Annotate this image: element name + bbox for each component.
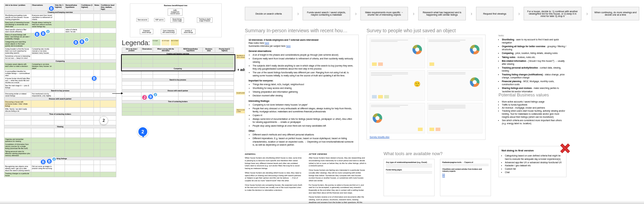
- survey-chart-card[interactable]: 🙂: [370, 70, 425, 101]
- table-cell[interactable]: [100, 14, 116, 21]
- table-cell[interactable]: Everyone went from broad orientation to …: [31, 14, 54, 21]
- comment-count-pill[interactable]: 2: [99, 116, 108, 125]
- table-cell[interactable]: [65, 150, 80, 157]
- flow-step[interactable]: Funda saved search / saved objects, mayb…: [303, 7, 350, 20]
- tool-card-coparo[interactable]: Kadasterpagina-tools → Coparo.nl Checkli…: [440, 159, 491, 196]
- table-cell[interactable]: [141, 63, 153, 68]
- table-cell[interactable]: [141, 81, 153, 85]
- table-cell[interactable]: [141, 107, 153, 111]
- table-cell[interactable]: [100, 143, 116, 150]
- table-cell[interactable]: [100, 150, 116, 157]
- table-cell[interactable]: [65, 172, 80, 177]
- table-cell[interactable]: [153, 111, 179, 115]
- table-cell[interactable]: [54, 55, 65, 60]
- tree-node[interactable]: Users interacting with saved listings: [161, 29, 176, 34]
- table-cell[interactable]: Tracking changes to a particular house: [4, 172, 31, 177]
- survey-chart-card[interactable]: [427, 38, 482, 68]
- table-cell[interactable]: [54, 165, 65, 172]
- table-cell[interactable]: [94, 28, 100, 33]
- table-cell[interactable]: [65, 165, 80, 172]
- not-doing-panel[interactable]: Not doing in first version Categorizing …: [498, 146, 566, 177]
- table-cell[interactable]: [65, 133, 80, 138]
- table-cell[interactable]: [81, 165, 94, 172]
- table-cell[interactable]: Comparing is not done between many house…: [31, 63, 54, 70]
- flow-step[interactable]: When continuing, do more viewings and de…: [592, 7, 639, 20]
- table-cell[interactable]: [4, 128, 31, 133]
- tree-node[interactable]: traffic engagement around saved: [168, 8, 183, 16]
- table-cell[interactable]: [4, 116, 31, 120]
- table-cell[interactable]: Keep track of interesting houses (shortl…: [4, 21, 31, 28]
- table-cell[interactable]: [215, 55, 234, 59]
- table-cell[interactable]: [94, 128, 100, 133]
- table-cell[interactable]: [81, 138, 94, 143]
- table-cell[interactable]: [179, 96, 203, 100]
- tool-link[interactable]: link: [442, 175, 445, 177]
- table-cell[interactable]: [179, 55, 203, 59]
- table-cell[interactable]: [100, 21, 116, 28]
- table-cell[interactable]: [65, 33, 80, 40]
- tree-node[interactable]: Expected saved listings: [140, 29, 153, 34]
- table-cell[interactable]: [65, 120, 80, 125]
- summaries-link[interactable]: here: [286, 45, 291, 47]
- table-cell[interactable]: A house hunter should help (filter out) …: [4, 77, 31, 84]
- table-cell[interactable]: [65, 128, 80, 133]
- table-cell[interactable]: [54, 77, 65, 84]
- survey-chart-card[interactable]: [370, 38, 425, 68]
- table-cell[interactable]: [215, 107, 234, 111]
- secondary-research-table[interactable]: Job to be done / problemObservationsWhat…: [122, 48, 234, 116]
- table-cell[interactable]: [81, 150, 94, 157]
- table-cell[interactable]: [31, 70, 54, 77]
- table-cell[interactable]: Organise and remember questions for view…: [4, 138, 31, 143]
- table-cell[interactable]: [54, 84, 65, 89]
- table-cell[interactable]: [94, 150, 100, 157]
- business-benefit-tree[interactable]: Business benefit/impact tree: New accoun…: [130, 3, 222, 37]
- table-cell[interactable]: [203, 59, 215, 63]
- table-cell[interactable]: [65, 138, 80, 143]
- table-cell[interactable]: [65, 14, 80, 21]
- table-cell[interactable]: [100, 92, 116, 97]
- table-cell[interactable]: Discussing a house with someone (notes /…: [4, 100, 31, 108]
- table-cell[interactable]: [122, 92, 141, 96]
- table-cell[interactable]: [94, 160, 100, 165]
- table-cell[interactable]: [81, 128, 94, 133]
- survey-results-link[interactable]: Survey results.xlsx: [370, 136, 389, 138]
- survey-chart-card[interactable]: [370, 103, 425, 133]
- table-cell[interactable]: [100, 165, 116, 172]
- user-avatar-b[interactable]: B: [40, 159, 46, 165]
- table-cell[interactable]: [94, 133, 100, 138]
- table-cell[interactable]: [65, 160, 80, 165]
- user-avatar-b[interactable]: B: [73, 39, 79, 45]
- table-cell[interactable]: [65, 55, 80, 60]
- table-cell[interactable]: [203, 70, 215, 74]
- table-cell[interactable]: [65, 143, 80, 150]
- tree-node[interactable]: Tracking in-depth usage of feature: [197, 17, 213, 23]
- table-cell[interactable]: [54, 21, 65, 28]
- table-cell[interactable]: [153, 96, 179, 100]
- survey-chart-card[interactable]: [427, 103, 482, 133]
- table-cell[interactable]: [81, 92, 94, 97]
- table-cell[interactable]: [100, 138, 116, 143]
- table-cell[interactable]: [153, 85, 179, 89]
- table-cell[interactable]: [94, 40, 100, 48]
- table-cell[interactable]: [122, 59, 141, 63]
- table-cell[interactable]: Need specific criteria to filter down re…: [4, 28, 31, 33]
- table-cell[interactable]: [65, 70, 80, 77]
- table-cell[interactable]: [94, 14, 100, 21]
- user-avatar-b[interactable]: B: [91, 75, 97, 81]
- table-cell[interactable]: A commodified checklist for multiple lis…: [4, 70, 31, 77]
- table-cell[interactable]: [31, 77, 54, 84]
- table-cell[interactable]: [179, 103, 203, 107]
- table-cell[interactable]: [100, 128, 116, 133]
- table-cell[interactable]: [122, 96, 141, 100]
- table-cell[interactable]: Shortlisting and getting more specific a…: [4, 14, 31, 21]
- table-cell[interactable]: [215, 111, 234, 115]
- table-cell[interactable]: [179, 81, 203, 85]
- table-cell[interactable]: Categorizing and searching saved objects…: [4, 40, 31, 48]
- table-cell[interactable]: [100, 33, 116, 40]
- table-cell[interactable]: [203, 92, 215, 96]
- table-cell[interactable]: [31, 116, 54, 120]
- raw-notes-link[interactable]: here: [265, 42, 269, 44]
- table-cell[interactable]: [54, 28, 65, 33]
- table-cell[interactable]: [65, 48, 80, 55]
- table-cell[interactable]: [31, 143, 54, 150]
